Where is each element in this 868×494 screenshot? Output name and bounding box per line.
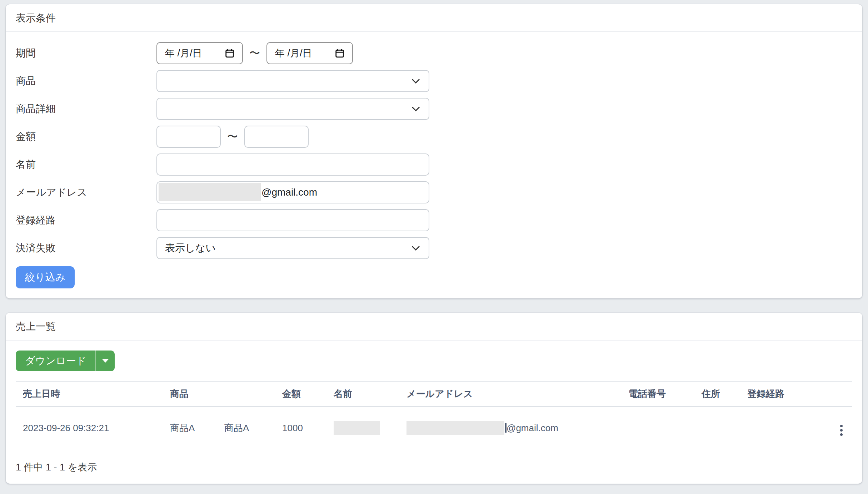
col-header-name: 名前 bbox=[326, 382, 399, 407]
amount-label: 金額 bbox=[16, 130, 156, 143]
kebab-menu-icon bbox=[840, 425, 843, 427]
filter-submit-button[interactable]: 絞り込み bbox=[16, 266, 75, 288]
date-end-field[interactable]: 年 /月/日 bbox=[266, 42, 353, 64]
name-label: 名前 bbox=[16, 158, 156, 171]
form-row-product-detail: 商品詳細 bbox=[16, 98, 852, 120]
calendar-icon bbox=[225, 49, 234, 58]
sales-table: 売上日時 商品 金額 名前 メールアドレス 電話番号 住所 登録経路 2023-… bbox=[16, 381, 852, 449]
cell-address bbox=[694, 407, 740, 449]
amount-min-input[interactable] bbox=[156, 126, 221, 148]
filter-panel: 表示条件 期間 年 /月/日 〜 年 /月/日 bbox=[6, 4, 862, 298]
cell-route bbox=[740, 407, 829, 449]
product-detail-label: 商品詳細 bbox=[16, 102, 156, 116]
date-start-field[interactable]: 年 /月/日 bbox=[156, 42, 243, 64]
chevron-down-icon bbox=[411, 106, 420, 111]
cell-email: @gmail.com bbox=[399, 407, 622, 449]
filter-panel-body: 期間 年 /月/日 〜 年 /月/日 bbox=[6, 32, 862, 298]
col-header-phone: 電話番号 bbox=[622, 382, 694, 407]
name-redaction-box bbox=[334, 421, 380, 435]
payment-failure-label: 決済失敗 bbox=[16, 241, 156, 255]
email-label: メールアドレス bbox=[16, 186, 156, 199]
amount-tilde-separator: 〜 bbox=[227, 130, 238, 144]
sales-panel-body: ダウンロード 売上日時 商品 金額 名前 メールアドレス 電話番号 bbox=[6, 341, 862, 484]
download-split-button: ダウンロード bbox=[16, 351, 115, 371]
product-detail-select[interactable] bbox=[156, 98, 429, 120]
caret-down-icon bbox=[102, 359, 109, 363]
cell-product-detail: 商品A bbox=[217, 407, 275, 449]
product-select[interactable] bbox=[156, 70, 429, 92]
row-actions-kebab-button[interactable] bbox=[836, 423, 847, 437]
amount-max-input[interactable] bbox=[244, 126, 309, 148]
chevron-down-icon bbox=[411, 79, 420, 84]
download-button[interactable]: ダウンロード bbox=[16, 351, 95, 371]
period-controls: 年 /月/日 〜 年 /月/日 bbox=[156, 42, 353, 64]
period-label: 期間 bbox=[16, 46, 156, 60]
route-input[interactable] bbox=[156, 209, 429, 231]
form-row-amount: 金額 〜 bbox=[16, 126, 852, 148]
payment-failure-select-value: 表示しない bbox=[165, 241, 216, 255]
payment-failure-select[interactable]: 表示しない bbox=[156, 237, 429, 259]
route-label: 登録経路 bbox=[16, 213, 156, 227]
cell-phone bbox=[622, 407, 694, 449]
sales-panel-title: 売上一覧 bbox=[6, 313, 862, 341]
col-header-sale-datetime: 売上日時 bbox=[16, 382, 163, 407]
period-tilde-separator: 〜 bbox=[249, 46, 260, 61]
product-label: 商品 bbox=[16, 74, 156, 88]
cell-amount: 1000 bbox=[275, 407, 326, 449]
email-input[interactable] bbox=[156, 181, 429, 203]
table-row: 2023-09-26 09:32:21 商品A 商品A 1000 @gmail.… bbox=[16, 407, 852, 449]
col-header-amount: 金額 bbox=[275, 382, 326, 407]
col-header-email: メールアドレス bbox=[399, 382, 622, 407]
form-row-email: メールアドレス @gmail.com bbox=[16, 181, 852, 203]
col-header-actions bbox=[829, 382, 852, 407]
chevron-down-icon bbox=[411, 246, 420, 251]
date-end-placeholder: 年 /月/日 bbox=[275, 47, 312, 60]
sales-panel: 売上一覧 ダウンロード 売上日時 商品 金額 名前 メールアドレス bbox=[6, 313, 862, 484]
email-cell-visible-text: @gmail.com bbox=[507, 423, 558, 433]
col-header-address: 住所 bbox=[694, 382, 740, 407]
table-header-row: 売上日時 商品 金額 名前 メールアドレス 電話番号 住所 登録経路 bbox=[16, 382, 852, 407]
date-start-placeholder: 年 /月/日 bbox=[165, 47, 202, 60]
form-row-route: 登録経路 bbox=[16, 209, 852, 231]
cell-product: 商品A bbox=[163, 407, 217, 449]
email-redaction-box bbox=[406, 421, 504, 435]
cell-sale-datetime: 2023-09-26 09:32:21 bbox=[16, 407, 163, 449]
cell-actions bbox=[829, 407, 852, 449]
col-header-product: 商品 bbox=[163, 382, 217, 407]
pagination-status: 1 件中 1 - 1 を表示 bbox=[16, 461, 852, 474]
filter-panel-title: 表示条件 bbox=[6, 4, 862, 32]
email-field-wrap: @gmail.com bbox=[156, 181, 429, 203]
name-input[interactable] bbox=[156, 153, 429, 176]
col-header-product-detail bbox=[217, 382, 275, 407]
download-caret-button[interactable] bbox=[95, 351, 115, 371]
col-header-route: 登録経路 bbox=[740, 382, 829, 407]
amount-controls: 〜 bbox=[156, 126, 309, 148]
form-row-payment-failure: 決済失敗 表示しない bbox=[16, 237, 852, 259]
form-row-name: 名前 bbox=[16, 153, 852, 176]
form-row-product: 商品 bbox=[16, 70, 852, 92]
cell-name bbox=[326, 407, 399, 449]
calendar-icon bbox=[335, 49, 344, 58]
form-row-period: 期間 年 /月/日 〜 年 /月/日 bbox=[16, 42, 852, 64]
